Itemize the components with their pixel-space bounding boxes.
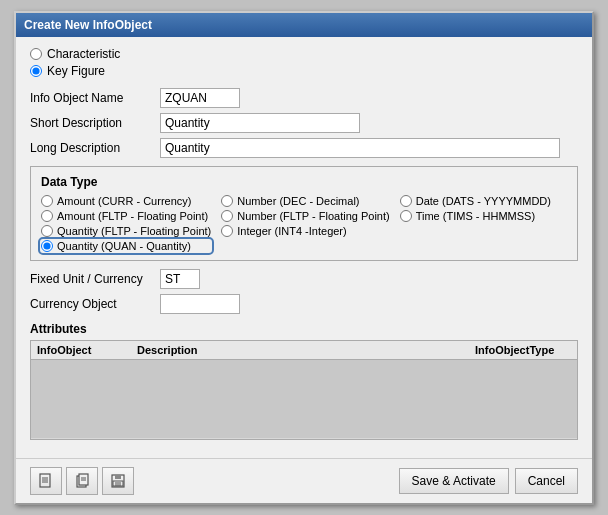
col-header-description: Description bbox=[135, 343, 473, 357]
info-object-name-input[interactable] bbox=[160, 88, 240, 108]
cancel-button[interactable]: Cancel bbox=[515, 468, 578, 494]
amount-curr-radio-item: Amount (CURR - Currency) bbox=[41, 195, 211, 207]
page-icon bbox=[38, 473, 54, 489]
qty-fltp-radio-item: Quantity (FLTP - Floating Point) bbox=[41, 225, 211, 237]
type-radio-group: Characteristic Key Figure bbox=[30, 47, 578, 78]
currency-object-label: Currency Object bbox=[30, 297, 160, 311]
info-object-name-label: Info Object Name bbox=[30, 91, 160, 105]
time-radio[interactable] bbox=[400, 210, 412, 222]
dialog-footer: Save & Activate Cancel bbox=[16, 458, 592, 503]
date-radio[interactable] bbox=[400, 195, 412, 207]
long-description-label: Long Description bbox=[30, 141, 160, 155]
number-fltp-label: Number (FLTP - Floating Point) bbox=[237, 210, 389, 222]
attributes-title: Attributes bbox=[30, 322, 578, 336]
date-radio-item: Date (DATS - YYYYMMDD) bbox=[400, 195, 567, 207]
save-icon bbox=[110, 473, 126, 489]
amount-curr-label: Amount (CURR - Currency) bbox=[57, 195, 191, 207]
amount-curr-radio[interactable] bbox=[41, 195, 53, 207]
fixed-unit-row: Fixed Unit / Currency bbox=[30, 269, 578, 289]
footer-right-buttons: Save & Activate Cancel bbox=[399, 468, 578, 494]
form-section: Info Object Name Short Description Long … bbox=[30, 88, 578, 158]
col-header-infoobjecttype: InfoObjectType bbox=[473, 343, 573, 357]
fixed-unit-label: Fixed Unit / Currency bbox=[30, 272, 160, 286]
number-fltp-radio[interactable] bbox=[221, 210, 233, 222]
short-description-label: Short Description bbox=[30, 116, 160, 130]
save-activate-button[interactable]: Save & Activate bbox=[399, 468, 509, 494]
qty-quan-radio-item: Quantity (QUAN - Quantity) bbox=[41, 240, 211, 252]
qty-fltp-label: Quantity (FLTP - Floating Point) bbox=[57, 225, 211, 237]
time-label: Time (TIMS - HHMMSS) bbox=[416, 210, 535, 222]
currency-object-row: Currency Object bbox=[30, 294, 578, 314]
number-fltp-radio-item: Number (FLTP - Floating Point) bbox=[221, 210, 389, 222]
short-description-input[interactable] bbox=[160, 113, 360, 133]
create-infoobject-dialog: Create New InfoObject Characteristic Key… bbox=[14, 11, 594, 505]
attributes-header: InfoObject Description InfoObjectType bbox=[31, 341, 577, 360]
col-header-infoobject: InfoObject bbox=[35, 343, 135, 357]
short-description-row: Short Description bbox=[30, 113, 578, 133]
integer-radio-item: Integer (INT4 -Integer) bbox=[221, 225, 389, 237]
attributes-section: Attributes InfoObject Description InfoOb… bbox=[30, 322, 578, 440]
keyfigure-label: Key Figure bbox=[47, 64, 105, 78]
icon-button-1[interactable] bbox=[30, 467, 62, 495]
characteristic-radio-row: Characteristic bbox=[30, 47, 578, 61]
number-dec-radio-item: Number (DEC - Decimal) bbox=[221, 195, 389, 207]
qty-quan-radio[interactable] bbox=[41, 240, 53, 252]
amount-fltp-label: Amount (FLTP - Floating Point) bbox=[57, 210, 208, 222]
amount-fltp-radio-item: Amount (FLTP - Floating Point) bbox=[41, 210, 211, 222]
icon-button-2[interactable] bbox=[66, 467, 98, 495]
keyfigure-radio[interactable] bbox=[30, 65, 42, 77]
amount-fltp-radio[interactable] bbox=[41, 210, 53, 222]
currency-object-input[interactable] bbox=[160, 294, 240, 314]
data-type-title: Data Type bbox=[41, 175, 567, 189]
data-type-grid: Amount (CURR - Currency) Amount (FLTP - … bbox=[41, 195, 567, 252]
dialog-body: Characteristic Key Figure Info Object Na… bbox=[16, 37, 592, 458]
integer-radio[interactable] bbox=[221, 225, 233, 237]
keyfigure-radio-row: Key Figure bbox=[30, 64, 578, 78]
long-description-input[interactable] bbox=[160, 138, 560, 158]
qty-quan-label: Quantity (QUAN - Quantity) bbox=[57, 240, 191, 252]
svg-rect-9 bbox=[115, 475, 121, 479]
characteristic-label: Characteristic bbox=[47, 47, 120, 61]
qty-fltp-radio[interactable] bbox=[41, 225, 53, 237]
icon-button-3[interactable] bbox=[102, 467, 134, 495]
info-object-name-row: Info Object Name bbox=[30, 88, 578, 108]
time-radio-item: Time (TIMS - HHMMSS) bbox=[400, 210, 567, 222]
copy-icon bbox=[74, 473, 90, 489]
number-dec-label: Number (DEC - Decimal) bbox=[237, 195, 359, 207]
attributes-body bbox=[31, 360, 577, 438]
data-type-section: Data Type Amount (CURR - Currency) Amoun… bbox=[30, 166, 578, 261]
fixed-unit-input[interactable] bbox=[160, 269, 200, 289]
integer-label: Integer (INT4 -Integer) bbox=[237, 225, 346, 237]
fixed-currency-section: Fixed Unit / Currency Currency Object bbox=[30, 269, 578, 314]
footer-left-buttons bbox=[30, 467, 134, 495]
date-label: Date (DATS - YYYYMMDD) bbox=[416, 195, 551, 207]
dialog-title: Create New InfoObject bbox=[16, 13, 592, 37]
attributes-table: InfoObject Description InfoObjectType bbox=[30, 340, 578, 440]
characteristic-radio[interactable] bbox=[30, 48, 42, 60]
number-dec-radio[interactable] bbox=[221, 195, 233, 207]
long-description-row: Long Description bbox=[30, 138, 578, 158]
